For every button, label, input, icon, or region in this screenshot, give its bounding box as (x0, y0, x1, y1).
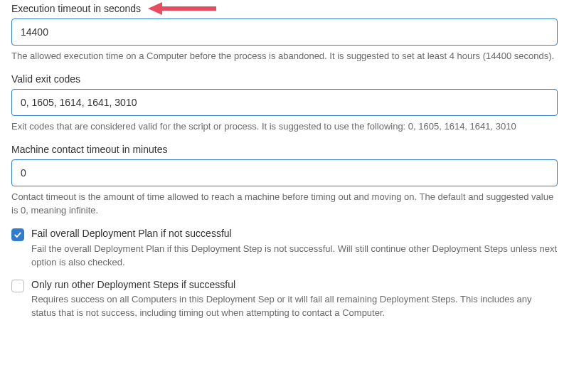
contact-timeout-help: Contact timeout is the amount of time al… (11, 191, 558, 218)
checkbox-row-fail-overall: Fail overall Deployment Plan if not succ… (11, 227, 558, 269)
field-contact-timeout: Machine contact timeout in minutes Conta… (11, 144, 558, 218)
exit-codes-input[interactable] (11, 89, 558, 116)
only-run-if-success-checkbox[interactable] (11, 280, 24, 292)
field-exit-codes: Valid exit codes Exit codes that are con… (11, 73, 558, 134)
only-run-if-success-desc: Requires success on all Computers in thi… (31, 293, 558, 320)
checkbox-row-only-run-if-success: Only run other Deployment Steps if succe… (11, 278, 558, 320)
exit-codes-help: Exit codes that are considered valid for… (11, 120, 558, 134)
execution-timeout-input[interactable] (11, 18, 558, 46)
only-run-if-success-label: Only run other Deployment Steps if succe… (31, 278, 558, 292)
fail-overall-label: Fail overall Deployment Plan if not succ… (31, 227, 558, 241)
fail-overall-checkbox[interactable] (11, 228, 24, 241)
exit-codes-label: Valid exit codes (11, 73, 558, 85)
field-execution-timeout: Execution timeout in seconds The allowed… (11, 3, 558, 63)
execution-timeout-label: Execution timeout in seconds (11, 3, 558, 14)
contact-timeout-label: Machine contact timeout in minutes (11, 144, 558, 155)
fail-overall-desc: Fail the overall Deployment Plan if this… (31, 243, 558, 270)
contact-timeout-input[interactable] (11, 159, 558, 186)
checkmark-icon (14, 231, 22, 239)
execution-timeout-help: The allowed execution time on a Computer… (11, 50, 558, 63)
